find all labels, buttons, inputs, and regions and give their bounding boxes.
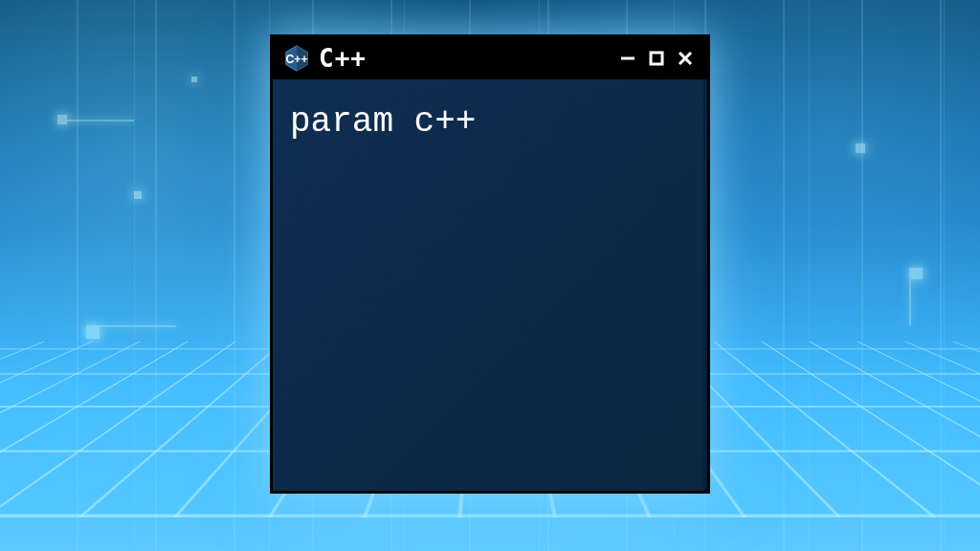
title-bar[interactable]: C++ C++ <box>273 37 707 79</box>
terminal-window: C++ C++ param c++ <box>270 34 710 494</box>
close-button[interactable] <box>673 46 698 71</box>
terminal-output: param c++ <box>290 102 686 142</box>
svg-text:C++: C++ <box>285 53 307 66</box>
maximize-button[interactable] <box>644 46 669 71</box>
circuit-node <box>856 143 865 153</box>
window-title: C++ <box>319 44 608 73</box>
minimize-button[interactable] <box>615 46 640 71</box>
window-controls <box>615 46 698 71</box>
circuit-node <box>86 325 100 339</box>
svg-rect-4 <box>651 53 662 64</box>
circuit-node <box>134 191 142 199</box>
circuit-node <box>57 115 67 124</box>
circuit-line <box>67 120 134 121</box>
circuit-node <box>191 77 197 82</box>
circuit-line <box>909 268 911 325</box>
cpp-logo-icon: C++ <box>282 44 311 73</box>
circuit-node <box>911 268 923 279</box>
circuit-line <box>100 325 176 327</box>
terminal-body[interactable]: param c++ <box>273 79 707 491</box>
